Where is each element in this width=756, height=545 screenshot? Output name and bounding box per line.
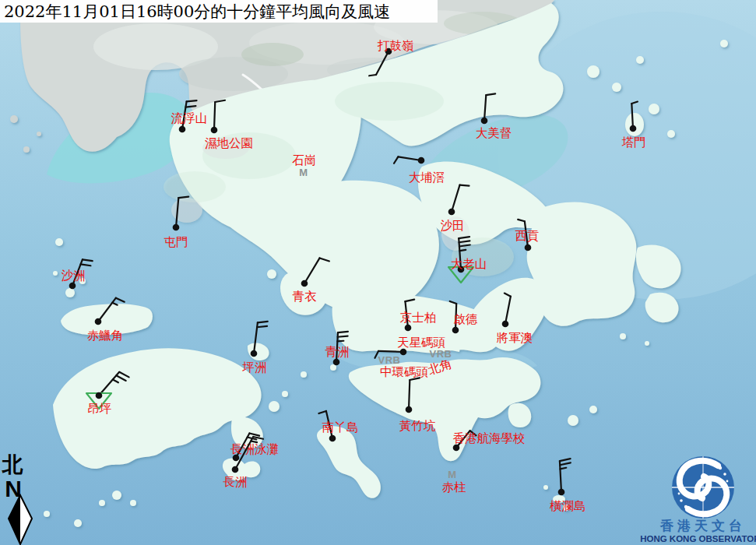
station-dot xyxy=(69,283,76,290)
station-label: 啟德 xyxy=(454,312,478,326)
station-dot xyxy=(453,445,460,452)
station-note-vrb: VRB xyxy=(430,348,452,360)
station-label: 大美督 xyxy=(476,126,512,140)
station-label: 黃竹坑 xyxy=(399,419,436,433)
station-dot xyxy=(448,209,455,216)
map-title: 2022年11月01日16時00分的十分鐘平均風向及風速 xyxy=(4,2,390,21)
wind-barb-staff xyxy=(409,380,410,410)
hko-name-english: HONG KONG OBSERVATORY xyxy=(640,534,756,543)
station-label: 青洲 xyxy=(325,345,350,359)
station-central-pier: 中環碼頭 xyxy=(380,365,428,379)
station-label: 赤柱 xyxy=(442,480,467,494)
wind-barb-staff xyxy=(378,351,403,352)
title-bar: 2022年11月01日16時00分的十分鐘平均風向及風速 xyxy=(0,0,438,23)
station-dot xyxy=(630,125,637,132)
station-dot xyxy=(211,127,218,134)
station-label: 長洲泳灘 xyxy=(230,442,279,456)
wind-barb-tick xyxy=(460,185,469,186)
wind-map-page: 打鼓嶺流浮山濕地公園石崗M大美督塔門大埔滘沙田西貢屯門沙洲大老山青衣赤鱲角京士柏… xyxy=(0,0,756,545)
station-label: 昂坪 xyxy=(88,402,112,416)
wind-barb-tick xyxy=(337,341,343,342)
station-label: 青衣 xyxy=(293,290,318,304)
station-label: 香港航海學校 xyxy=(453,431,526,445)
station-dot xyxy=(301,280,308,287)
station-dot xyxy=(481,118,488,125)
station-dot xyxy=(173,224,180,231)
station-label: 南丫島 xyxy=(322,420,359,434)
station-dot xyxy=(329,435,336,442)
station-label: 西貢 xyxy=(515,229,540,243)
station-label: 濕地公園 xyxy=(205,136,253,150)
station-label: 赤鱲角 xyxy=(87,329,124,343)
station-label: 京士柏 xyxy=(400,311,437,325)
station-label: 塔門 xyxy=(622,135,646,149)
wind-barb-tick xyxy=(258,322,268,322)
station-label: 橫瀾島 xyxy=(550,499,586,513)
station-label: 石崗 xyxy=(292,153,317,167)
station-dot xyxy=(452,327,459,334)
station-label: 坪洲 xyxy=(242,360,267,374)
station-dot xyxy=(333,359,340,366)
station-label: 將軍澳 xyxy=(497,331,533,345)
wind-barb-tick xyxy=(459,250,466,251)
hko-name-chinese: 香港天文台 xyxy=(659,518,746,533)
station-label: 大老山 xyxy=(451,257,487,271)
station-label: 長洲 xyxy=(223,475,248,489)
north-chinese-label: 北 xyxy=(2,452,23,476)
station-label: 屯門 xyxy=(164,235,188,249)
station-dot xyxy=(502,321,509,328)
station-label: 中環碼頭 xyxy=(380,365,428,379)
wind-barb-staff xyxy=(214,102,215,130)
wind-barb-tick xyxy=(338,336,348,337)
station-dot xyxy=(96,392,103,399)
station-label: 沙洲 xyxy=(62,269,86,283)
station-dot xyxy=(232,466,239,473)
wind-barb-tick xyxy=(257,326,267,327)
station-dot xyxy=(251,350,258,357)
wind-barb-tick xyxy=(186,106,196,107)
station-dot xyxy=(179,126,186,133)
station-label: 沙田 xyxy=(441,219,465,233)
wind-barb-tick xyxy=(187,100,197,101)
station-note-m: M xyxy=(448,469,456,480)
station-dot xyxy=(418,157,425,164)
station-dot xyxy=(525,244,532,251)
station-label: 打鼓嶺 xyxy=(377,39,414,53)
station-label: 天星碼頭 xyxy=(397,336,445,350)
station-note-m: M xyxy=(299,167,308,178)
wind-barb-tick xyxy=(338,332,348,332)
station-dot xyxy=(400,349,407,356)
hk-wind-map: 打鼓嶺流浮山濕地公園石崗M大美督塔門大埔滘沙田西貢屯門沙洲大老山青衣赤鱲角京士柏… xyxy=(0,0,756,545)
station-dot xyxy=(405,325,412,332)
station-label: 流浮山 xyxy=(171,111,208,125)
wind-barb-tick xyxy=(369,75,376,76)
station-dot xyxy=(95,318,102,325)
station-label: 大埔滘 xyxy=(409,171,445,185)
station-dot xyxy=(558,489,565,496)
station-dot xyxy=(406,406,413,413)
